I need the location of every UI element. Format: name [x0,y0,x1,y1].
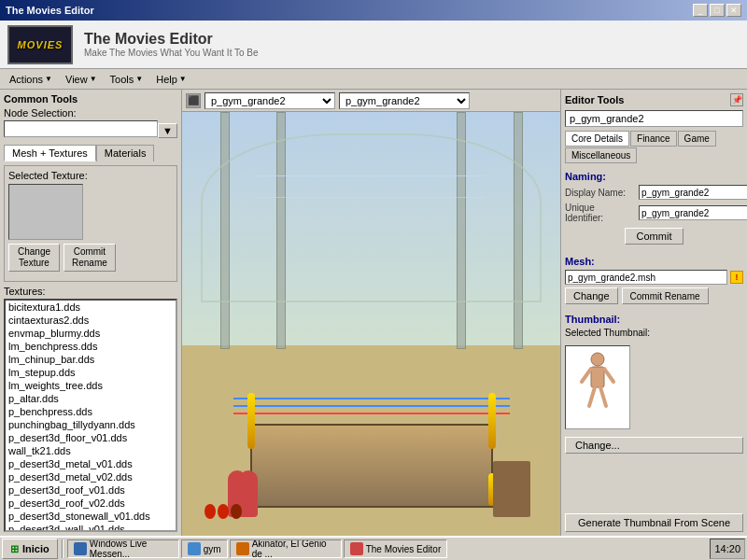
left-model-dropdown[interactable]: p_gym_grande2 [204,92,335,109]
main-content: Common Tools Node Selection: ▼ Mesh + Te… [0,90,747,536]
list-item[interactable]: envmap_blurmy.dds [6,327,176,340]
change-texture-button[interactable]: ChangeTexture [8,244,60,272]
app-title: The Movies Editor [84,31,259,48]
list-item[interactable]: cintaexturas2.dds [6,314,176,327]
tab-miscellaneous[interactable]: Miscellaneous [565,147,637,163]
list-item[interactable]: p_desert3d_metal_v01.dds [6,457,176,470]
list-item[interactable]: lm_stepup.dds [6,366,176,379]
common-tools-title: Common Tools [4,93,177,105]
close-button[interactable]: ✕ [726,4,741,17]
textures-list[interactable]: bicitextura1.dds cintaexturas2.dds envma… [4,299,177,532]
menu-bar: Actions ▼ View ▼ Tools ▼ Help ▼ [0,69,747,90]
list-item[interactable]: lm_benchpress.dds [6,340,176,353]
editor-tools-title: Editor Tools [565,94,624,105]
taskbar-btn-messenger[interactable]: Windows Live Messen... [67,539,179,558]
maximize-button[interactable]: □ [710,4,725,17]
messenger-icon [74,542,87,555]
title-bar-text: The Movies Editor [6,5,94,16]
mesh-commit-rename-button[interactable]: Commit Rename [622,287,709,304]
tab-game[interactable]: Game [678,131,716,147]
mesh-section-title: Mesh: [565,256,743,267]
list-item[interactable]: bicitextura1.dds [6,301,176,314]
akinator-icon [236,542,249,555]
menu-actions[interactable]: Actions ▼ [4,72,58,87]
editor-tools-header: Editor Tools 📌 [565,93,743,106]
thumbnail-section-title: Thumbnail: [565,314,743,325]
time-display: 14:20 [714,543,740,554]
ring-rope-2 [233,405,510,407]
windows-logo: ⊞ [10,543,19,555]
thumbnail-box [565,345,630,429]
mesh-input[interactable] [565,270,727,285]
texture-buttons: ChangeTexture CommitRename [8,244,173,272]
tab-finance[interactable]: Finance [630,131,677,147]
ring-post-tr [488,393,496,449]
boxing-ring-platform [250,424,493,508]
list-item[interactable]: p_benchpress.dds [6,405,176,418]
ring-rope-1 [233,398,510,399]
display-name-row: Display Name: [565,185,743,200]
generate-thumbnail-button[interactable]: Generate Thumbnail From Scene [565,513,743,532]
minimize-button[interactable]: _ [693,4,708,17]
mesh-change-button[interactable]: Change [565,287,618,304]
weights-left [204,504,242,519]
thumbnail-change-button[interactable]: Change... [565,437,743,454]
list-item[interactable]: p_desert3d_roof_v01.dds [6,483,176,497]
tab-materials[interactable]: Materials [96,145,155,161]
tab-mesh-textures[interactable]: Mesh + Textures [4,145,96,161]
node-selection-bar[interactable] [4,120,158,137]
display-name-label: Display Name: [565,188,635,198]
list-item[interactable]: wall_tk21.dds [6,444,176,457]
right-panel: Editor Tools 📌 p_gym_grande2 Core Detail… [560,90,747,536]
list-item[interactable]: lm_chinup_bar.dds [6,353,176,366]
identifier-field[interactable]: p_gym_grande2 [565,110,743,127]
node-selection-dropdown[interactable]: ▼ [158,123,177,138]
viewport-3d [182,112,560,536]
list-item[interactable]: p_desert3d_metal_v02.dds [6,470,176,483]
start-button[interactable]: ⊞ Inicio [2,539,58,559]
menu-view[interactable]: View ▼ [60,72,103,87]
unique-id-label: Unique Identifier: [565,203,635,223]
logo-text: MOVIES [18,39,63,50]
pin-button[interactable]: 📌 [730,93,743,106]
list-item[interactable]: p_altar.dds [6,392,176,405]
display-name-input[interactable] [639,185,747,200]
app-title-block: The Movies Editor Make The Movies What Y… [84,31,259,58]
list-item[interactable]: lm_weights_tree.dds [6,379,176,392]
title-bar: The Movies Editor _ □ ✕ [0,0,747,21]
movies-editor-icon [350,542,363,555]
naming-commit-button[interactable]: Commit [625,228,684,245]
app-title-text: The Movies Editor [6,5,94,16]
taskbar-separator [62,539,63,558]
unique-id-input[interactable] [639,205,747,220]
left-tabs: Mesh + Textures Materials [4,145,177,161]
menu-tools[interactable]: Tools ▼ [105,72,149,87]
equipment-vending [493,461,530,517]
viewport-area: ⬛ p_gym_grande2 p_gym_grande2 [182,90,560,536]
list-item[interactable]: p_desert3d_stonewall_v01.dds [6,510,176,523]
taskbar-btn-akinator[interactable]: Akinator, El Genio de ... [230,539,342,558]
menu-tools-arrow: ▼ [135,75,143,83]
list-item[interactable]: p_desert3d_roof_v02.dds [6,497,176,510]
taskbar-btn-movies-editor[interactable]: The Movies Editor [344,539,448,558]
list-item[interactable]: punchingbag_tillydyann.dds [6,418,176,431]
texture-preview [8,184,83,240]
unique-id-row: Unique Identifier: ! [565,203,743,223]
menu-view-arrow: ▼ [90,75,97,83]
viewport-icon[interactable]: ⬛ [186,93,201,108]
list-item[interactable]: p_desert3d_wall_v01.dds [6,523,176,532]
svg-line-5 [600,387,606,406]
menu-actions-arrow: ▼ [45,75,52,83]
menu-help[interactable]: Help ▼ [150,72,192,87]
tab-core-details[interactable]: Core Details [565,131,629,147]
gym-roof [201,133,542,303]
right-model-dropdown[interactable]: p_gym_grande2 [339,92,470,109]
textures-label: Textures: [4,286,177,297]
taskbar-btn-gym[interactable]: gym [181,539,228,558]
svg-point-0 [591,353,604,366]
ring-rope-3 [233,413,510,414]
list-item[interactable]: p_desert3d_floor_v01.dds [6,431,176,444]
app-header: MOVIES The Movies Editor Make The Movies… [0,21,747,69]
mesh-warning-icon: ! [730,271,743,284]
commit-rename-button[interactable]: CommitRename [63,244,116,272]
